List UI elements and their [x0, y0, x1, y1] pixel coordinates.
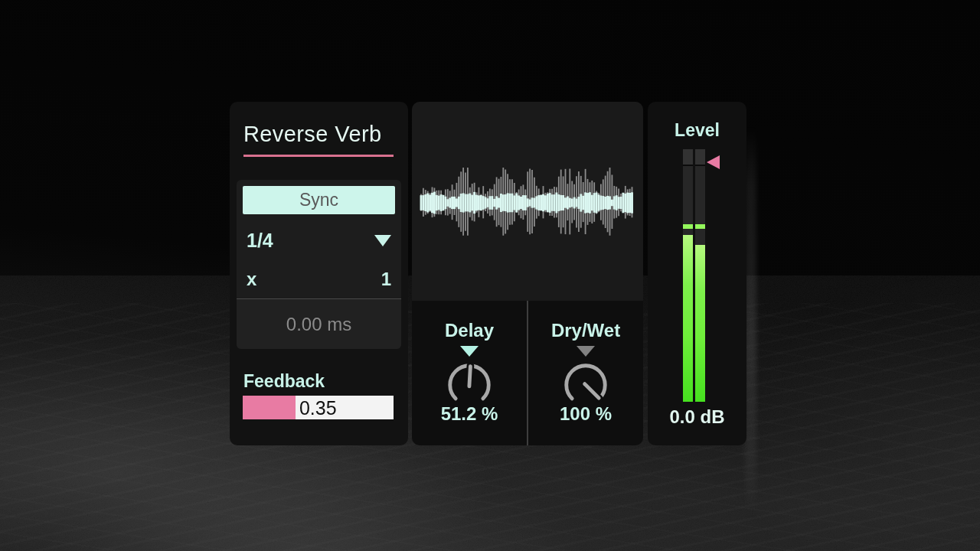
triangle-down-icon: [460, 346, 479, 357]
knob-row: Delay 51.2 % Dry/Wet 100 %: [412, 301, 643, 445]
dry-wet-value: 100 %: [560, 403, 612, 425]
multiplier-value: 1: [381, 269, 391, 290]
dry-wet-section: Dry/Wet 100 %: [527, 301, 643, 445]
meter-peak-left: [683, 224, 693, 229]
reverse-verb-device: Reverse Verb Sync 1/4 x 1 0.00 ms Feedba…: [230, 102, 746, 445]
waveform-display: [412, 102, 643, 301]
delay-value: 51.2 %: [441, 403, 498, 425]
delay-section: Delay 51.2 %: [412, 301, 527, 445]
rate-dropdown[interactable]: 1/4: [237, 220, 401, 260]
level-label: Level: [648, 120, 746, 141]
level-value: 0.0 dB: [648, 406, 746, 428]
triangle-down-icon: [374, 235, 391, 246]
feedback-fill: [243, 396, 296, 419]
main-panel: Delay 51.2 % Dry/Wet 100 %: [412, 102, 643, 445]
meter-fill-left: [683, 235, 693, 402]
feedback-label: Feedback: [243, 371, 325, 392]
triangle-left-icon level-marker[interactable]: [707, 155, 720, 169]
waveform: [420, 102, 635, 301]
level-meter: [683, 149, 705, 402]
meter-peak-right: [695, 224, 705, 229]
sync-panel: Reverse Verb Sync 1/4 x 1 0.00 ms Feedba…: [230, 102, 408, 445]
dry-wet-label: Dry/Wet: [551, 320, 620, 341]
meter-fill-right: [695, 245, 705, 402]
meter-track-left: [683, 149, 693, 402]
multiplier-label: x: [247, 269, 256, 290]
feedback-slider[interactable]: 0.35: [243, 396, 394, 419]
background-light-streak: [745, 126, 756, 520]
delay-knob[interactable]: [443, 358, 495, 410]
triangle-down-icon: [577, 346, 595, 357]
rate-value: 1/4: [247, 230, 273, 252]
sync-group: Sync 1/4 x 1 0.00 ms: [237, 180, 401, 349]
multiplier-row[interactable]: x 1: [237, 260, 401, 298]
meter-track-right: [695, 149, 705, 402]
device-title: Reverse Verb: [243, 122, 382, 147]
dry-wet-knob[interactable]: [560, 358, 612, 410]
level-panel: Level 0.0 dB: [648, 102, 746, 445]
sync-toggle-button[interactable]: Sync: [243, 186, 395, 214]
time-ms-field[interactable]: 0.00 ms: [237, 298, 401, 349]
scene: Reverse Verb Sync 1/4 x 1 0.00 ms Feedba…: [0, 0, 980, 551]
delay-label: Delay: [445, 320, 494, 341]
feedback-value: 0.35: [299, 396, 337, 419]
title-underline: [243, 155, 394, 157]
